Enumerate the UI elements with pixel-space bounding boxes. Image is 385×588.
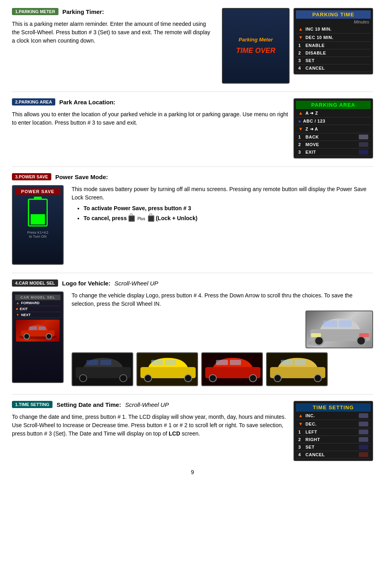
svg-rect-32 [281,360,293,365]
svg-rect-23 [165,360,176,365]
svg-point-31 [314,375,321,382]
menu-num-move-2: 2 [298,142,303,147]
menu-num-4: 4 [298,66,303,70]
section2-body: This allows you to enter the location of… [12,110,290,127]
section2-text-area: 2.PARKING AREA Park Area Location: This … [12,98,290,129]
section-power-save: 3.POWER SAVE Power Save Mode: POWER SAVE… [12,173,373,265]
time-over-label: TIME OVER [236,47,275,55]
svg-point-26 [249,375,257,382]
down-arrow-icon-2: ▼ [298,126,303,132]
menu-row-set: 3 SET [296,57,371,64]
menu-enable-label: ENABLE [305,43,325,48]
menu-atoz-label: A ➜ Z [305,111,318,116]
menu-row-cancel: 4 CANCEL [296,64,371,72]
menu-ztoa-label: Z ➜ A [305,127,318,132]
menu-back-label: BACK [305,135,319,139]
power-save-display: POWER SAVE Press K1+K2 to Turn ON [12,185,64,265]
car-svg-red-thumb [202,353,263,386]
section1-text-area: 1.PARKING METER Parking Timer: This is a… [12,8,214,47]
menu-exit-label: EXIT [305,150,316,154]
svg-rect-10 [323,320,337,327]
divider-1 [12,92,373,92]
menu-num-3: 3 [298,58,303,63]
ts-num-2: 2 [298,437,303,442]
section5-body: To change the date and time, press butto… [12,413,290,438]
divider-2 [12,166,373,167]
section5-text-area: 1.TIME SETTING Setting Date and Time: Sc… [12,401,290,440]
battery-fill [31,214,45,225]
ts-left-label: LEFT [305,430,317,434]
cm-forward-label: FORWARD [21,301,39,305]
section4-title: Logo for Vehicle: [62,280,111,287]
ts-inc-label: INC. [305,413,315,418]
car-thumb-black [72,352,133,386]
cm-up-icon: ▲ [16,301,19,305]
menu-row-dec10: ▼ DEC 10 MIN. [296,33,371,42]
svg-rect-12 [311,333,321,337]
menu-num-2: 2 [298,51,303,55]
parking-area-menu-title: PARKING AREA [296,101,371,109]
parking-meter-display: Parking Meter TIME OVER [222,8,290,84]
section-parking-timer: 1.PARKING METER Parking Timer: This is a… [12,8,373,84]
section2-title: Park Area Location: [59,99,115,105]
car-thumbnails-row [72,352,373,386]
power-save-footer: Press K1+K2 to Turn ON [15,231,60,238]
section3-title: Power Save Mode: [55,174,108,180]
section1-title: Parking Timer: [62,8,104,15]
menu-row-atoz: ▲ A ➜ Z [296,109,371,117]
car-svg-black [72,353,133,386]
car-thumb-yellow [136,352,198,386]
ts-row-right: 2 RIGHT [296,436,371,443]
section3-badge: 3.POWER SAVE [12,173,51,180]
svg-rect-11 [339,320,352,327]
ts-cancel-label: CANCEL [305,452,325,457]
section4-body: To change the vehicle display Logo, pres… [72,291,373,308]
menu-row-move: 2 MOVE [296,141,371,148]
svg-point-9 [357,336,366,345]
menu-row-inc10: ▲ INC 10 MIN. [296,25,371,33]
car-svg-yellow [137,353,198,386]
section-park-area: 2.PARKING AREA Park Area Location: This … [12,98,373,158]
up-arrow-icon: ▲ [298,26,303,32]
menu-row-back: 1 BACK [296,133,371,141]
cm-row-exit: ■ EXIT [15,306,60,312]
menu-cancel-label: CANCEL [305,66,325,70]
svg-point-30 [274,375,281,382]
svg-rect-28 [230,360,241,365]
menu-abc123-label: ABC / 123 [303,119,325,123]
car-svg-gold [267,353,328,386]
svg-rect-18 [100,360,111,365]
section4-title-italic: Scroll-Wheel UP [115,280,158,287]
svg-rect-17 [86,360,98,365]
svg-rect-22 [151,360,163,365]
divider-4 [12,394,373,395]
svg-rect-27 [216,360,228,365]
up-arrow-icon-2: ▲ [298,110,303,116]
car-model-header: CAR MODEL SEL [15,295,60,300]
ts-up-icon: ▲ [298,413,303,418]
menu-inc-10-label: INC 10 MIN. [305,27,332,31]
car-large-silver [305,311,373,348]
divider-3 [12,273,373,273]
menu-num-1: 1 [298,43,303,48]
menu-num-exit-3: 3 [298,150,303,154]
svg-rect-13 [359,333,369,337]
section1-badge: 1.PARKING METER [12,8,58,15]
ts-num-3: 3 [298,445,303,449]
car-thumb-gold [266,352,328,386]
ts-dec-label: DEC. [305,422,317,426]
svg-point-21 [185,375,192,382]
battery-icon [28,199,48,227]
page-number: 9 [12,469,373,475]
section3-text-area: This mode saves battery power by turning… [72,185,373,224]
menu-row-ztoa: ▼ Z ➜ A [296,125,371,133]
section5-title-italic: Scroll-Wheel UP [125,401,169,408]
section5-badge: 1.TIME SETTING [12,401,52,408]
cm-row-next: ▼ NEXT [15,312,60,318]
ts-row-set: 3 SET [296,443,371,451]
menu-row-disable: 2 DISABLE [296,49,371,57]
car-svg-red [18,322,58,340]
power-save-header: POWER SAVE [15,188,60,195]
parking-area-menu: PARKING AREA ▲ A ➜ Z ■ ABC / 123 ▼ Z ➜ A… [294,98,373,158]
svg-point-16 [120,375,127,382]
